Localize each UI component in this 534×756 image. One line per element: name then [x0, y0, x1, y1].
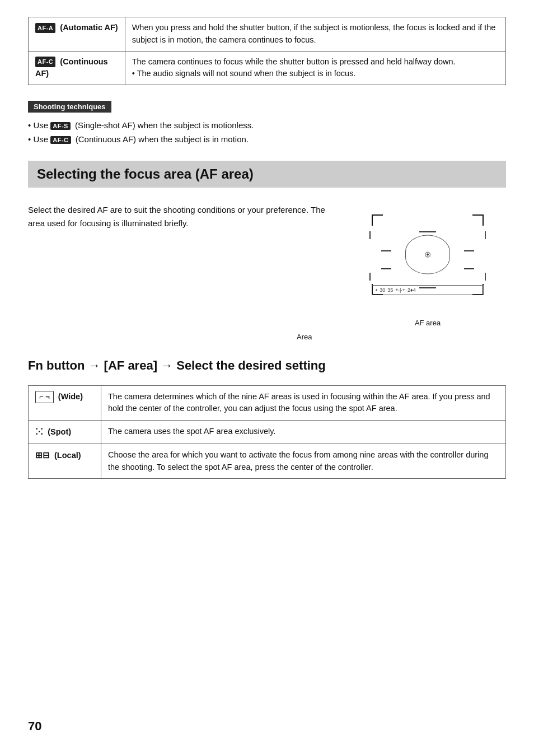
local-label-cell: ⊞⊟ (Local) — [29, 444, 101, 479]
dash-v-lb — [369, 273, 371, 281]
spot-description: The camera uses the spot AF area exclusi… — [101, 421, 506, 444]
dash-v-rb — [485, 273, 486, 281]
table-row: ⁚·⁚ (Spot) The camera uses the spot AF a… — [29, 421, 506, 444]
focus-area-section-header: Selecting the focus area (AF area) — [28, 161, 506, 188]
wide-text: (Wide) — [58, 392, 83, 401]
af-a-label-cell: AF-A (Automatic AF) — [29, 17, 125, 52]
local-description: Choose the area for which you want to ac… — [101, 444, 506, 479]
table-row: AF-A (Automatic AF) When you press and h… — [29, 17, 506, 52]
af-center-area — [405, 235, 450, 274]
shooting-techniques-section: Shooting techniques Use AF-S (Single-sho… — [28, 101, 506, 144]
af-area-label: AF area — [415, 319, 441, 327]
dash-v-lt — [369, 231, 371, 239]
af-c-description: The camera continues to focus while the … — [125, 51, 505, 85]
dash-v-rt — [485, 231, 486, 239]
table-row: ⌐ ¬ (Wide) The camera determines which o… — [29, 385, 506, 421]
af-c-badge-2: AF-C — [50, 136, 71, 144]
af-a-badge: AF-A — [35, 23, 55, 34]
af-c-label-cell: AF-C (ContinuousAF) — [29, 51, 125, 85]
table-row: ⊞⊟ (Local) Choose the area for which you… — [29, 444, 506, 479]
dash-hbl — [381, 268, 391, 269]
af-a-description: When you press and hold the shutter butt… — [125, 17, 505, 52]
shooting-item-0-text: (Single-shot AF) when the subject is mot… — [75, 120, 254, 130]
shooting-techniques-header: Shooting techniques — [28, 101, 111, 113]
focus-area-content: Select the desired AF are to suit the sh… — [28, 203, 506, 327]
dash-hr — [464, 250, 474, 251]
strip-ticks: +·|·+ — [395, 287, 405, 293]
dash-hl — [381, 250, 391, 251]
af-c-badge: AF-C — [35, 57, 55, 67]
list-item: Use AF-C (Continuous AF) when the subjec… — [28, 134, 506, 144]
strip-value2: 35 — [387, 287, 393, 293]
spot-text: (Spot) — [48, 427, 71, 436]
corner-tr — [472, 214, 484, 226]
local-text: (Local) — [54, 451, 81, 460]
list-item: Use AF-S (Single-shot AF) when the subje… — [28, 120, 506, 130]
spot-label-cell: ⁚·⁚ (Spot) — [29, 421, 101, 444]
page-number: 70 — [28, 719, 41, 734]
af-modes-table: AF-A (Automatic AF) When you press and h… — [28, 17, 506, 85]
af-center-dot — [425, 252, 430, 258]
viewfinder-data-strip: • 30 35 +·|·+ 2♦4 — [372, 285, 484, 295]
wide-label-cell: ⌐ ¬ (Wide) — [29, 385, 101, 421]
strip-value3: 2♦4 — [407, 287, 416, 293]
viewfinder: • 30 35 +·|·+ 2♦4 — [355, 203, 500, 315]
af-s-badge: AF-S — [50, 122, 71, 130]
spot-symbol: ⁚·⁚ — [35, 427, 43, 436]
local-symbol: ⊞⊟ — [35, 450, 50, 460]
focus-area-body: Select the desired AF are to suit the sh… — [28, 203, 332, 230]
shooting-techniques-list: Use AF-S (Single-shot AF) when the subje… — [28, 120, 506, 144]
dash-h-top — [419, 231, 436, 232]
shooting-item-1-text: (Continuous AF) when the subject is in m… — [76, 134, 249, 144]
area-label: Area — [28, 333, 506, 341]
fn-heading: Fn button → [AF area] → Select the desir… — [28, 358, 506, 374]
strip-dot: • — [376, 287, 377, 293]
corner-tl — [372, 214, 383, 226]
strip-value1: 30 — [380, 287, 385, 293]
table-row: AF-C (ContinuousAF) The camera continues… — [29, 51, 506, 85]
wide-description: The camera determines which of the nine … — [101, 385, 506, 421]
dash-hbr — [464, 268, 474, 269]
fn-table: ⌐ ¬ (Wide) The camera determines which o… — [28, 385, 506, 479]
focus-area-diagram: • 30 35 +·|·+ 2♦4 AF area — [349, 203, 506, 327]
wide-symbol: ⌐ ¬ — [35, 391, 54, 403]
af-a-label: (Automatic AF) — [60, 23, 118, 32]
